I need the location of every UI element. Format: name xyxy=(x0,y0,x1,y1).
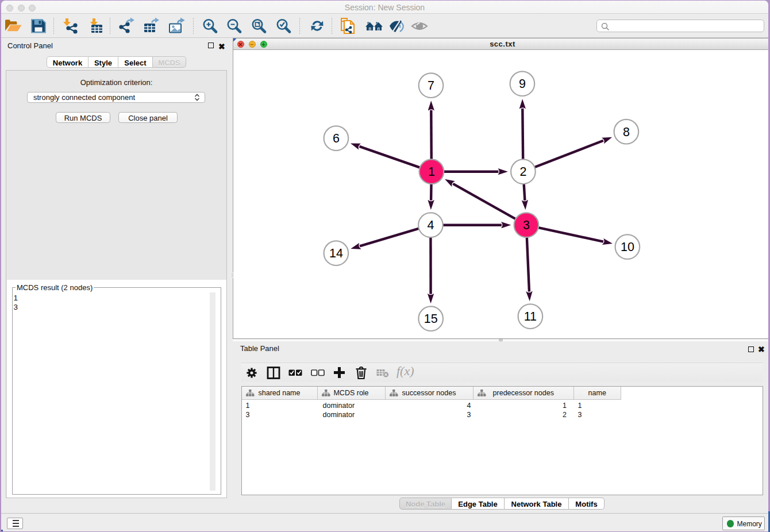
svg-text:2: 2 xyxy=(519,165,526,179)
svg-text:9: 9 xyxy=(518,77,525,91)
svg-text:10: 10 xyxy=(620,240,634,254)
svg-text:11: 11 xyxy=(523,310,536,323)
svg-text:15: 15 xyxy=(424,312,437,326)
svg-text:6: 6 xyxy=(332,132,339,145)
svg-text:4: 4 xyxy=(427,218,434,232)
svg-text:8: 8 xyxy=(622,125,629,138)
svg-text:3: 3 xyxy=(522,218,529,232)
svg-text:1: 1 xyxy=(428,165,434,179)
svg-text:14: 14 xyxy=(329,246,342,260)
svg-text:7: 7 xyxy=(428,79,434,92)
